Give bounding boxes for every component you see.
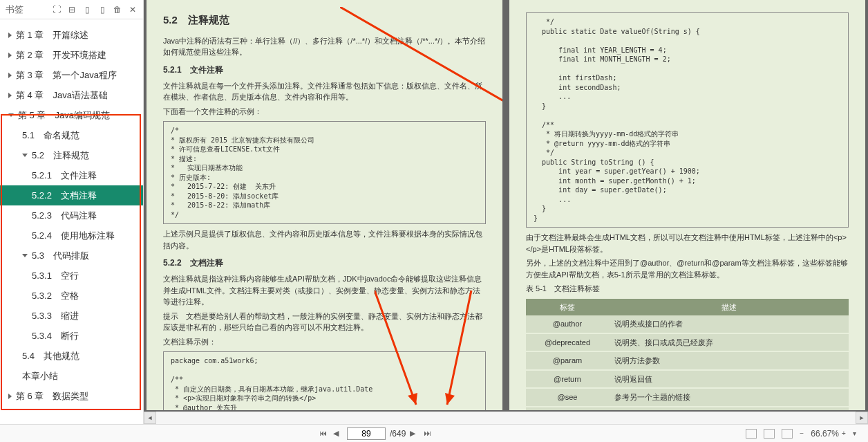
- page-total: /649: [390, 429, 406, 439]
- page-left: 5.2 注释规范 Java中注释的语法有三种：单行注释（//）、多行注释（/*.…: [147, 0, 502, 410]
- chevron-right-icon[interactable]: [8, 73, 12, 78]
- sidebar-item-label: 第 1 章 开篇综述: [16, 29, 88, 42]
- sidebar-item[interactable]: 5.2.1 文件注释: [0, 165, 143, 185]
- table-row: @deprecated说明类、接口或成员已经废弃: [526, 333, 849, 352]
- chevron-right-icon[interactable]: [8, 33, 12, 38]
- view-mode-continuous-icon[interactable]: [782, 429, 793, 439]
- sidebar-item-label: 5.4 其他规范: [22, 350, 79, 362]
- view-mode-facing-icon[interactable]: [764, 429, 775, 439]
- code-block: package com.a51work6; /** * 自定义的日期类，具有日期…: [163, 351, 486, 410]
- collapse-icon[interactable]: ⊟: [67, 5, 77, 15]
- zoom-dropdown-icon[interactable]: ▾: [853, 430, 861, 437]
- close-icon[interactable]: ✕: [128, 5, 138, 15]
- sidebar-item-label: 第 4 章 Java语法基础: [16, 89, 108, 102]
- sidebar-item-label: 5.3.1 空行: [32, 270, 79, 282]
- code-block: /* * 版权所有 2015 北京智捷东方科技有限公司 * 许可信息查看LICE…: [163, 121, 486, 224]
- first-page-button[interactable]: ⏮: [319, 429, 329, 439]
- sidebar-item[interactable]: 5.3.3 缩进: [0, 306, 143, 326]
- sidebar-item[interactable]: 5.2.4 使用地标注释: [0, 225, 143, 246]
- sidebar-item[interactable]: 5.1 命名规范: [0, 125, 143, 145]
- next-page-button[interactable]: ▶: [410, 429, 419, 439]
- sidebar-item-label: 5.2.2 文档注释: [32, 190, 97, 202]
- sidebar-item[interactable]: 5.3.2 空格: [0, 286, 143, 306]
- sidebar-item-label: 5.1 命名规范: [22, 129, 79, 142]
- chevron-down-icon[interactable]: [22, 154, 28, 157]
- table-row: @author说明类或接口的作者: [526, 315, 849, 333]
- sidebar-item[interactable]: 第 3 章 第一个Java程序: [0, 65, 143, 85]
- status-bar: ⏮ ◀ /649 ▶ ⏭ − 66.67% + ▾: [0, 424, 868, 442]
- zoom-control: − 66.67% + ▾: [800, 429, 861, 439]
- sidebar-item[interactable]: 5.2.3 代码注释: [0, 205, 143, 225]
- chevron-right-icon[interactable]: [8, 394, 12, 399]
- chevron-right-icon[interactable]: [8, 93, 12, 98]
- sidebar-item[interactable]: 5.3.1 空行: [0, 266, 143, 286]
- sidebar-item-label: 第 3 章 第一个Java程序: [16, 69, 117, 82]
- chevron-down-icon[interactable]: [8, 113, 14, 117]
- table-row: @param说明方法参数: [526, 351, 849, 370]
- bookmark-list: 第 1 章 开篇综述第 2 章 开发环境搭建第 3 章 第一个Java程序第 4…: [0, 19, 143, 424]
- sidebar-item[interactable]: 本章小结: [0, 366, 143, 386]
- sidebar-item[interactable]: 5.3.4 断行: [0, 326, 143, 346]
- sidebar-item-label: 第 6 章 数据类型: [16, 390, 88, 403]
- sidebar-item-label: 5.2.3 代码注释: [32, 210, 97, 222]
- sidebar-item[interactable]: 第 4 章 Java语法基础: [0, 85, 143, 105]
- sidebar-item[interactable]: 第 1 章 开篇综述: [0, 25, 143, 45]
- sidebar-item[interactable]: 第 6 章 数据类型: [0, 386, 143, 406]
- pager: ⏮ ◀ /649 ▶ ⏭: [7, 427, 746, 440]
- sidebar-item[interactable]: 5.2 注释规范: [0, 145, 143, 165]
- expand-all-icon[interactable]: ⛶: [52, 5, 62, 15]
- trash-icon[interactable]: 🗑: [113, 5, 122, 15]
- zoom-out-button[interactable]: −: [800, 430, 808, 437]
- horizontal-scrollbar[interactable]: ◄ ►: [144, 412, 868, 424]
- scroll-left-button[interactable]: ◄: [144, 412, 156, 424]
- sidebar-item-label: 5.3 代码排版: [32, 250, 89, 262]
- sidebar-item[interactable]: 5.2.2 文档注释: [0, 185, 143, 205]
- table-row: @return说明返回值: [526, 370, 849, 389]
- last-page-button[interactable]: ⏭: [424, 429, 433, 439]
- sidebar-item-label: 5.2.4 使用地标注释: [32, 230, 115, 242]
- page-input[interactable]: [347, 427, 386, 440]
- code-block: */ public static Date valueOf(String s) …: [526, 12, 849, 228]
- tag-table: 标签 描述 @author说明类或接口的作者@deprecated说明类、接口或…: [526, 299, 849, 411]
- sidebar-item[interactable]: 5.3 代码排版: [0, 246, 143, 266]
- page-right: */ public static Date valueOf(String s) …: [509, 0, 865, 410]
- chevron-right-icon[interactable]: [8, 53, 12, 58]
- sidebar-item-label: 5.3.2 空格: [32, 290, 79, 302]
- bookmark-add-icon[interactable]: ▯: [82, 5, 92, 15]
- chevron-down-icon[interactable]: [22, 254, 28, 257]
- bookmarks-sidebar: 书签 ⛶ ⊟ ▯ ▯ 🗑 ✕ 第 1 章 开篇综述第 2 章 开发环境搭建第 3…: [0, 0, 144, 424]
- sidebar-item-label: 第 5 章 Java编码规范: [18, 109, 110, 122]
- table-row: @exception说明方法所抛出的异常类: [526, 407, 849, 411]
- sidebar-item[interactable]: 第 2 章 开发环境搭建: [0, 45, 143, 65]
- view-mode-single-icon[interactable]: [746, 429, 757, 439]
- sidebar-item-label: 5.2.1 文件注释: [32, 169, 97, 182]
- sidebar-item[interactable]: 第 5 章 Java编码规范: [0, 105, 143, 125]
- zoom-value: 66.67%: [811, 429, 839, 439]
- sidebar-item-label: 5.3.3 缩进: [32, 310, 79, 322]
- section-heading: 5.2 注释规范: [163, 12, 486, 28]
- prev-page-button[interactable]: ◀: [333, 429, 343, 439]
- zoom-in-button[interactable]: +: [842, 430, 850, 437]
- sidebar-header: 书签 ⛶ ⊟ ▯ ▯ 🗑 ✕: [0, 0, 143, 19]
- bookmark-new-icon[interactable]: ▯: [97, 5, 107, 15]
- table-row: @see参考另一个主题的链接: [526, 388, 849, 407]
- sidebar-item-label: 5.2 注释规范: [32, 149, 89, 162]
- sidebar-item-label: 5.3.4 断行: [32, 330, 79, 342]
- sidebar-item-label: 第 2 章 开发环境搭建: [16, 49, 106, 62]
- scroll-right-button[interactable]: ►: [856, 412, 868, 424]
- sidebar-item-label: 本章小结: [22, 370, 58, 383]
- sidebar-item[interactable]: 5.4 其他规范: [0, 346, 143, 366]
- sidebar-title: 书签: [6, 3, 52, 16]
- document-viewport[interactable]: 5.2 注释规范 Java中注释的语法有三种：单行注释（//）、多行注释（/*.…: [144, 0, 868, 424]
